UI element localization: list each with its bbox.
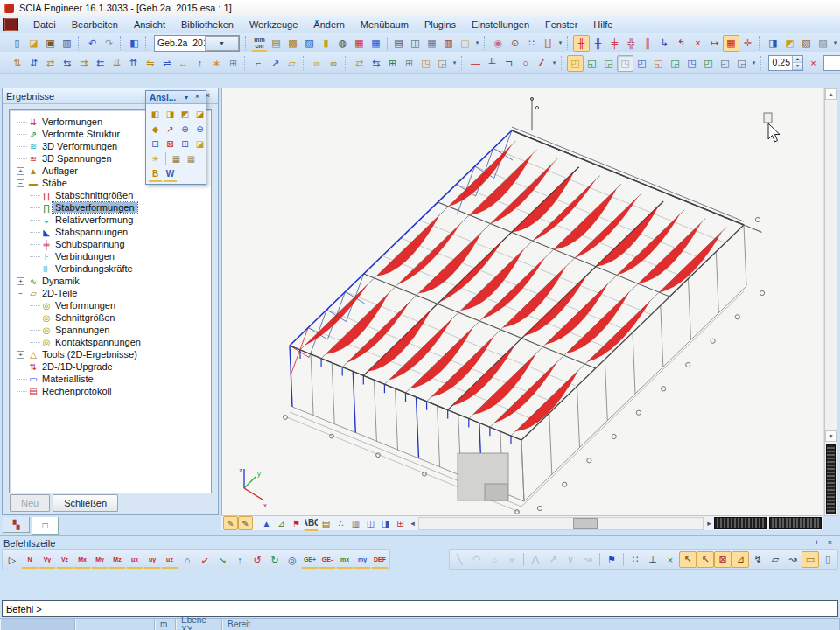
perpendicular-icon[interactable]: ╨ [484,55,500,72]
rotate-slider-horizontal-1[interactable] [714,517,766,529]
frame-7-icon[interactable]: ◲ [667,55,683,72]
frame-1-icon[interactable]: ◰ [567,55,584,72]
toolbar-handle[interactable] [145,36,149,50]
palette-dropdown-icon[interactable]: ▼ [182,94,191,101]
tree-item-verbindungen[interactable]: ⊦Verbindungen [10,250,211,262]
toolbar-overflow-icon[interactable]: ▾ [556,39,564,46]
toolbar-overflow-icon[interactable]: ▾ [750,60,758,66]
frame-3-icon[interactable]: ◲ [600,55,617,72]
grid-mx-icon[interactable]: mx [336,551,354,569]
deselect-icon[interactable]: × [690,35,706,52]
frame-10-icon[interactable]: ◱ [717,55,733,72]
result-n-icon[interactable]: N [21,551,38,569]
paste-props-icon[interactable]: ⊞ [384,55,401,72]
result-scale-spinner-down-icon[interactable]: ▼ [793,63,802,70]
pointer-icon[interactable]: ▷ [4,552,21,569]
menu-item-bibliotheken[interactable]: Bibliotheken [173,18,242,32]
polyline-icon[interactable]: ↯ [749,551,766,568]
rotate-z-icon[interactable]: ↑ [231,552,248,569]
swap-a-icon[interactable]: ⇄ [42,55,59,72]
select-add-icon[interactable]: ╫ [590,35,606,52]
new-button[interactable]: Neu [10,494,50,512]
paste-icon[interactable]: ◉ [490,35,507,52]
horizontal-scroll-thumb[interactable] [573,518,598,529]
tree-item-stabspannungen[interactable]: ◣Stabspannungen [10,226,211,238]
scale-icon[interactable]: ↔ [175,55,192,72]
layout-panel-icon[interactable]: ◧ [126,35,143,52]
clipboard-icon[interactable]: ▯ [819,551,836,568]
collapse-icon[interactable]: − [17,290,24,298]
zoom-out-icon[interactable]: ⊖ [192,122,207,136]
rotate-slider-horizontal-2[interactable] [769,517,822,529]
gallery-open-icon[interactable]: ▨ [815,35,831,52]
menu-item-werkzeuge[interactable]: Werkzeuge [242,18,305,32]
menu-item-fenster[interactable]: Fenster [537,18,585,32]
line-red-icon[interactable]: — [467,55,484,72]
show-loads-icon[interactable]: ▤ [318,516,333,530]
save-image-icon[interactable]: ◨ [765,35,781,52]
model-3d-view[interactable]: zyx [221,88,823,516]
tree-item-rechenprotokoll[interactable]: ▤Rechenprotokoll [10,385,211,397]
break-icon[interactable]: ⌐ [250,55,267,72]
menu-item-plugins[interactable]: Plugins [416,18,464,32]
tree-item-stabverformungen[interactable]: ∏Stabverformungen [10,201,211,214]
scia-menu-icon[interactable] [4,18,18,32]
copy-plus-icon[interactable]: ⇄ [351,55,368,72]
table-input-icon[interactable]: ▦ [368,35,384,52]
window-a-icon[interactable]: ◫ [363,516,378,530]
tab-layers[interactable]: □ [32,517,59,535]
calculator-icon[interactable]: ▦ [424,35,440,52]
menu-item-datei[interactable]: Datei [25,18,64,32]
grid-ge-plus-icon[interactable]: GE+ [301,551,318,569]
new-file-icon[interactable]: ▯ [9,35,25,52]
draw-mode-2-icon[interactable]: ✎ [238,516,253,530]
freehand-icon[interactable]: ↝ [784,551,802,568]
frame-5-icon[interactable]: ◰ [634,55,650,72]
toolbar-handle[interactable] [461,56,465,70]
select-node-icon[interactable]: ╪ [606,35,623,52]
view-folder-icon[interactable]: ◪ [192,136,207,151]
spin-left-icon[interactable]: ↺ [248,552,266,569]
array-a-icon[interactable]: ⇉ [75,55,92,72]
select-window-icon[interactable]: ▦ [723,35,739,52]
zoom-all-icon[interactable]: ⊠ [163,136,178,151]
tree-item-schubspannung[interactable]: ╪Schubspannung [10,238,211,250]
select-single-icon[interactable]: ║ [640,35,656,52]
dot-grid-icon[interactable]: ∷ [523,35,540,52]
toolbar-handle[interactable] [3,56,6,70]
frame-9-icon[interactable]: ◰ [700,55,717,72]
spin-right-icon[interactable]: ↻ [266,552,284,569]
zoom-window-icon[interactable]: ⊡ [148,136,163,151]
select-member-icon[interactable]: ╫ [573,35,590,52]
cursor-bracket-icon[interactable]: ∐ [540,35,556,52]
rotate-a-icon[interactable]: ⇋ [142,55,158,72]
view-x-icon[interactable]: ◧ [148,107,163,122]
show-labels-icon[interactable]: ⚑ [289,516,304,530]
rotate-x-icon[interactable]: ↙ [196,552,214,569]
doc-settings-icon[interactable]: ▩ [284,35,301,52]
cursor-snap-4-icon[interactable]: ⊿ [732,551,749,568]
scroll-down-icon[interactable]: ▼ [825,430,836,442]
link-icon[interactable]: ∞ [309,55,326,72]
view-palette-header[interactable]: Ansi... ▼ × [146,91,206,104]
grid-step-spinner-value[interactable]: 3 [824,56,840,70]
project-combo[interactable]: Geb.2a 2015.esa▼ [154,35,240,52]
zoom-in-icon[interactable]: ⊕ [178,122,192,136]
copy-node-icon[interactable]: ⇵ [25,55,42,72]
result-vz-icon[interactable]: Vz [56,551,74,569]
document-icon[interactable]: ▢ [457,35,473,52]
menu-item-bearbeiten[interactable]: Bearbeiten [64,18,126,32]
snap-intersect-icon[interactable]: × [662,551,679,568]
toolbar-handle[interactable] [303,56,306,70]
select-back-icon[interactable]: ↰ [673,35,690,52]
rotate-slider-vertical[interactable] [826,444,836,514]
frame-8-icon[interactable]: ◳ [683,55,700,72]
show-results-icon[interactable]: ⊿ [274,516,289,530]
toolbar-handle[interactable] [484,36,487,50]
toolbar-handle[interactable] [120,36,123,50]
tree-item-dynamik[interactable]: +∿Dynamik [10,275,211,287]
tab-properties[interactable]: ▚ [3,517,30,533]
print-icon[interactable]: ▤ [390,35,407,52]
unlink-icon[interactable]: ∞ [326,55,342,72]
dims-icon[interactable]: ▭ [802,551,819,568]
